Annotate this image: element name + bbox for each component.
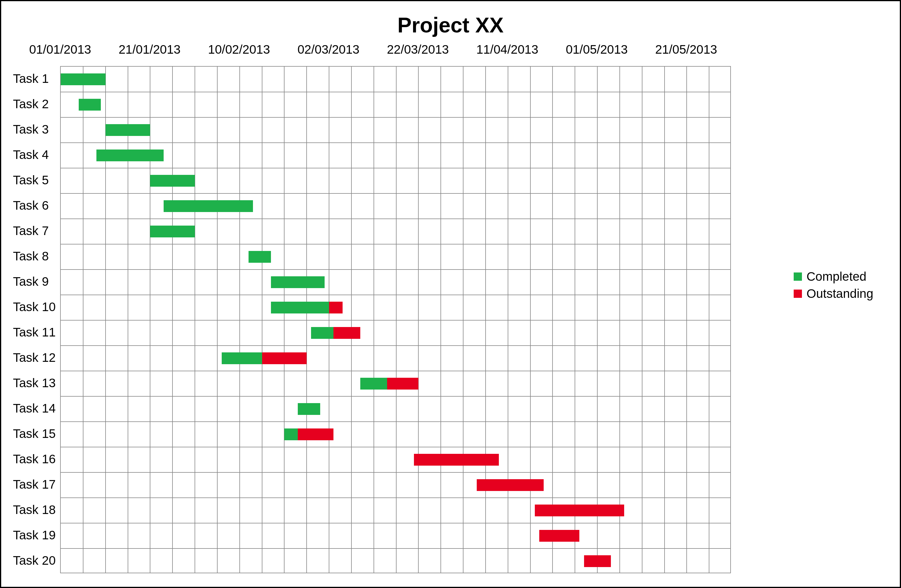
task-label: Task 7 <box>13 224 54 238</box>
gridline-horizontal <box>61 295 730 295</box>
task-label: Task 16 <box>13 452 54 466</box>
legend-item-completed: Completed <box>794 270 874 284</box>
bar-outstanding <box>477 479 544 491</box>
x-axis: 01/01/201321/01/201310/02/201302/03/2013… <box>60 42 731 60</box>
bar-outstanding <box>539 530 580 542</box>
bar-completed <box>249 251 271 263</box>
task-label: Task 12 <box>13 351 54 365</box>
y-axis-labels: Task 1Task 2Task 3Task 4Task 5Task 6Task… <box>13 66 59 573</box>
legend-swatch-completed <box>794 273 802 281</box>
bar-completed <box>311 327 334 339</box>
bar-outstanding <box>329 302 343 313</box>
gridline-horizontal <box>61 345 730 346</box>
bar-completed <box>106 124 150 136</box>
bar-outstanding <box>584 555 611 567</box>
bar-completed <box>79 99 101 111</box>
task-label: Task 17 <box>13 477 54 491</box>
x-tick-label: 02/03/2013 <box>298 42 359 57</box>
task-label: Task 14 <box>13 401 54 415</box>
gridline-horizontal <box>61 269 730 270</box>
legend-label-completed: Completed <box>807 270 867 284</box>
gridline-horizontal <box>61 92 730 92</box>
gridline-horizontal <box>61 117 730 118</box>
task-label: Task 9 <box>13 275 54 289</box>
gridline-horizontal <box>61 168 730 168</box>
task-label: Task 6 <box>13 198 54 213</box>
x-tick-label: 22/03/2013 <box>387 42 449 57</box>
task-label: Task 4 <box>13 148 54 162</box>
task-label: Task 11 <box>13 325 54 339</box>
task-label: Task 8 <box>13 249 54 264</box>
bar-outstanding <box>535 505 624 516</box>
bar-completed <box>271 276 324 288</box>
task-label: Task 15 <box>13 427 54 441</box>
x-tick-label: 21/05/2013 <box>655 42 717 57</box>
bar-completed <box>164 200 253 212</box>
gridline-horizontal <box>61 498 730 498</box>
legend-label-outstanding: Outstanding <box>807 287 874 301</box>
bar-outstanding <box>262 352 307 364</box>
gridline-horizontal <box>61 548 730 549</box>
bar-outstanding <box>298 429 334 440</box>
bar-completed <box>97 150 164 161</box>
gridline-horizontal <box>61 472 730 473</box>
plot-area <box>60 66 731 573</box>
gridline-horizontal <box>61 320 730 321</box>
bar-outstanding <box>387 378 418 390</box>
bar-completed <box>150 175 195 187</box>
bar-completed <box>271 302 329 313</box>
gridline-horizontal <box>61 142 730 143</box>
task-label: Task 13 <box>13 376 54 390</box>
bar-outstanding <box>414 454 499 466</box>
chart-title: Project XX <box>13 13 888 37</box>
task-label: Task 18 <box>13 503 54 517</box>
task-label: Task 5 <box>13 173 54 187</box>
plot-wrap: Task 1Task 2Task 3Task 4Task 5Task 6Task… <box>13 66 731 573</box>
gridline-horizontal <box>61 371 730 371</box>
gridline-horizontal <box>61 421 730 422</box>
bar-completed <box>222 352 262 364</box>
task-label: Task 20 <box>13 554 54 568</box>
gridline-horizontal <box>61 218 730 219</box>
gridline-horizontal <box>61 244 730 245</box>
bar-completed <box>298 403 320 415</box>
x-tick-label: 11/04/2013 <box>477 42 538 57</box>
bar-completed <box>150 226 195 237</box>
gridline-horizontal <box>61 447 730 447</box>
legend: Completed Outstanding <box>794 267 874 304</box>
legend-swatch-outstanding <box>794 290 802 298</box>
gridline-horizontal <box>61 396 730 397</box>
task-label: Task 2 <box>13 97 54 111</box>
x-tick-label: 01/01/2013 <box>29 42 91 57</box>
bar-outstanding <box>334 327 360 339</box>
task-label: Task 19 <box>13 528 54 542</box>
gridline-horizontal <box>61 523 730 523</box>
bar-completed <box>360 378 387 390</box>
task-label: Task 10 <box>13 300 54 314</box>
x-tick-label: 21/01/2013 <box>118 42 181 57</box>
legend-item-outstanding: Outstanding <box>794 287 874 301</box>
task-label: Task 3 <box>13 122 54 137</box>
bar-completed <box>284 429 298 440</box>
bar-completed <box>61 73 106 85</box>
chart-frame: Project XX 01/01/201321/01/201310/02/201… <box>0 0 901 588</box>
x-tick-label: 10/02/2013 <box>208 42 270 57</box>
gridline-horizontal <box>61 193 730 194</box>
x-tick-label: 01/05/2013 <box>566 42 628 57</box>
task-label: Task 1 <box>13 72 54 86</box>
